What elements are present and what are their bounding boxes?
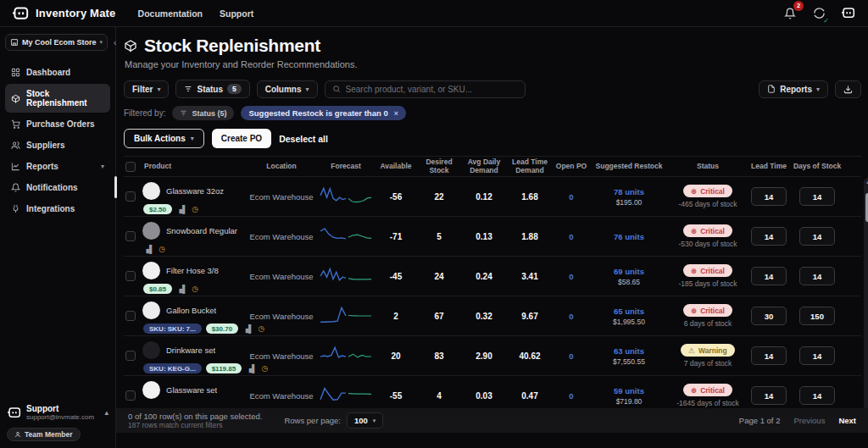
row-checkbox[interactable] xyxy=(125,231,136,241)
scroll-up-icon[interactable]: ▲ xyxy=(864,180,868,185)
lead-time-input[interactable]: 30 xyxy=(751,307,787,325)
product-name[interactable]: Glassware 32oz xyxy=(166,186,224,196)
filter-chip-0[interactable]: Status (5) xyxy=(172,106,234,120)
days-of-stock-input[interactable]: 14 xyxy=(799,227,835,246)
column-header-days-of-stock[interactable]: Days of Stock xyxy=(790,163,844,171)
sidebar-item-suppliers[interactable]: Suppliers xyxy=(5,136,110,155)
support-account-row[interactable]: Support support@invmate.com ▴ xyxy=(5,402,110,426)
column-header-lead-time[interactable]: Lead Time xyxy=(748,163,790,171)
days-of-stock-input[interactable]: 14 xyxy=(799,187,835,206)
product-name[interactable]: Drinkware set xyxy=(166,346,215,355)
bar-chart-icon[interactable]: ▗▌ xyxy=(176,205,187,213)
lead-time-input[interactable]: 14 xyxy=(751,267,787,285)
sidebar-item-reports[interactable]: Reports▾ xyxy=(5,157,110,176)
bar-chart-icon[interactable]: ▗▌ xyxy=(176,285,187,293)
status-filter-button[interactable]: Status 5 xyxy=(175,80,249,98)
previous-page-button[interactable]: Previous xyxy=(793,416,825,425)
top-nav-link-support[interactable]: Support xyxy=(220,8,253,19)
column-header-open-po[interactable]: Open PO xyxy=(553,163,590,171)
lead-time-input[interactable]: 14 xyxy=(751,346,787,365)
rows-per-page-select[interactable]: 100 ▾ xyxy=(347,412,383,429)
open-po-link[interactable]: 0 xyxy=(553,312,590,321)
row-checkbox[interactable] xyxy=(125,351,136,361)
create-po-button[interactable]: Create PO xyxy=(212,129,271,148)
column-header-avg-daily-demand[interactable]: Avg Daily Demand xyxy=(461,158,507,175)
row-checkbox[interactable] xyxy=(125,271,136,281)
column-header-available[interactable]: Available xyxy=(375,163,417,171)
forecast-cell xyxy=(317,224,375,248)
location-cell: Ecom Warehouse xyxy=(246,351,317,361)
lead-time-demand-cell: 9.67 xyxy=(507,312,553,321)
open-po-link[interactable]: 0 xyxy=(553,192,590,202)
open-po-link[interactable]: 0 xyxy=(553,391,590,401)
select-all-checkbox[interactable] xyxy=(125,162,136,172)
row-checkbox[interactable] xyxy=(125,390,136,401)
row-checkbox[interactable] xyxy=(125,311,136,321)
column-header-lead-time-demand[interactable]: Lead Time Demand xyxy=(507,158,553,175)
sidebar-item-integrations[interactable]: Integrations xyxy=(5,199,110,218)
filter-dropdown-button[interactable]: Filter▾ xyxy=(124,80,169,98)
column-header-product[interactable]: Product xyxy=(142,163,246,171)
store-selector[interactable]: My Cool Ecom Store ▾ xyxy=(5,34,108,51)
restock-units-link[interactable]: 76 units xyxy=(590,232,668,241)
critical-icon: ⊗ xyxy=(691,307,697,315)
days-of-stock-input[interactable]: 150 xyxy=(799,307,835,325)
sidebar-item-stock-replenishment[interactable]: Stock Replenishment xyxy=(5,84,110,113)
notifications-bell-icon[interactable]: 2 xyxy=(782,5,798,22)
bar-chart-icon[interactable]: ▗▌ xyxy=(143,245,154,253)
lead-time-input[interactable]: 14 xyxy=(751,187,787,206)
filter-chip-1[interactable]: Suggested Restock is greater than 0× xyxy=(241,106,405,120)
open-po-link[interactable]: 0 xyxy=(553,272,590,281)
product-name[interactable]: Gallon Bucket xyxy=(166,306,216,315)
reports-dropdown-button[interactable]: Reports▾ xyxy=(759,80,828,98)
columns-dropdown-button[interactable]: Columns▾ xyxy=(257,80,318,98)
column-header-desired-stock[interactable]: Desired Stock xyxy=(417,158,461,175)
table-footer: 0 of 100 row(s) on this page selected. 1… xyxy=(116,408,868,433)
days-of-stock-input[interactable]: 14 xyxy=(799,386,835,405)
next-page-button[interactable]: Next xyxy=(838,416,856,425)
product-name[interactable]: Glassware set xyxy=(166,385,217,395)
bulk-actions-button[interactable]: Bulk Actions▾ xyxy=(124,129,204,148)
assistant-bot-icon[interactable] xyxy=(839,5,856,22)
product-name[interactable]: Snowboard Regular xyxy=(166,226,237,235)
download-button[interactable] xyxy=(835,80,861,98)
days-of-stock-note: -530 days of stock xyxy=(679,240,737,248)
row-checkbox[interactable] xyxy=(125,191,136,202)
restock-units-link[interactable]: 59 units xyxy=(590,386,668,395)
sync-status-icon[interactable]: ✓ xyxy=(810,5,827,22)
column-header-status[interactable]: Status xyxy=(668,163,748,171)
restock-units-link[interactable]: 69 units xyxy=(590,267,668,276)
open-po-link[interactable]: 0 xyxy=(553,232,590,241)
product-name[interactable]: Filter Hose 3/8 xyxy=(166,266,219,275)
sidebar-item-purchase-orders[interactable]: Purchase Orders xyxy=(5,114,110,134)
vertical-scrollbar[interactable]: ▲ ▼ xyxy=(864,178,868,415)
days-of-stock-note: -465 days of stock xyxy=(679,200,737,208)
days-of-stock-input[interactable]: 14 xyxy=(799,267,835,285)
lead-time-input[interactable]: 14 xyxy=(751,227,787,246)
bar-chart-icon[interactable]: ▗▌ xyxy=(242,324,253,333)
days-of-stock-input[interactable]: 14 xyxy=(799,346,835,365)
restock-units-link[interactable]: 63 units xyxy=(590,346,668,356)
column-header-forecast[interactable]: Forecast xyxy=(317,163,375,171)
lead-time-input[interactable]: 14 xyxy=(751,386,787,405)
sidebar-item-dashboard[interactable]: Dashboard xyxy=(5,63,110,82)
column-header-location[interactable]: Location xyxy=(246,163,317,171)
clock-icon[interactable]: ◷ xyxy=(159,245,165,253)
status-badge: ⊗Critical xyxy=(683,224,732,237)
clock-icon[interactable]: ◷ xyxy=(258,324,264,333)
sidebar-item-notifications[interactable]: Notifications xyxy=(5,178,110,197)
search-input[interactable] xyxy=(346,85,518,94)
forecast-sparkline xyxy=(319,224,373,248)
close-icon[interactable]: × xyxy=(394,109,398,118)
bar-chart-icon[interactable]: ▗▌ xyxy=(246,364,257,373)
clock-icon[interactable]: ◷ xyxy=(192,205,198,213)
top-nav-link-documentation[interactable]: Documentation xyxy=(138,8,203,19)
clock-icon[interactable]: ◷ xyxy=(261,364,268,373)
clock-icon[interactable]: ◷ xyxy=(192,285,198,293)
restock-units-link[interactable]: 65 units xyxy=(590,307,668,316)
restock-units-link[interactable]: 78 units xyxy=(590,187,668,196)
deselect-all-button[interactable]: Deselect all xyxy=(279,134,328,144)
desired-stock-cell: 5 xyxy=(417,232,461,241)
column-header-suggested-restock[interactable]: Suggested Restock xyxy=(590,163,668,171)
open-po-link[interactable]: 0 xyxy=(553,351,590,361)
